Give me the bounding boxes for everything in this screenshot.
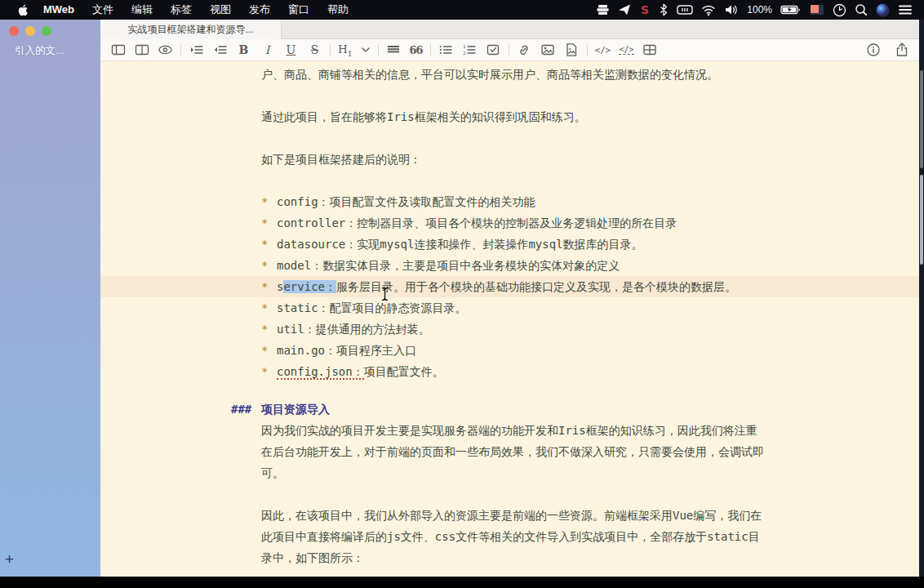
paragraph[interactable]: 通过此项目，旨在能够将Iris框架相关的知识得到巩固和练习。 — [261, 106, 767, 127]
battery-icon[interactable] — [780, 0, 802, 20]
send-icon[interactable] — [618, 0, 631, 20]
menu-item-file[interactable]: 文件 — [83, 3, 122, 16]
siri-icon[interactable] — [876, 0, 890, 20]
close-window-button[interactable] — [9, 26, 19, 36]
list-item[interactable]: *static：配置项目的静态资源目录。 — [261, 297, 767, 318]
editor-content[interactable]: 户、商品、商铺等相关的信息，平台可以实时展示用户、商品等相关监测数据的变化情况。… — [100, 62, 919, 577]
scrollbar-thumb[interactable] — [920, 70, 923, 168]
task-list-icon[interactable] — [486, 42, 501, 58]
display-icon[interactable] — [677, 0, 693, 20]
paragraph[interactable]: 因此，在该项目中，我们从外部导入的资源主要是前端的一些资源。前端框架采用Vue编… — [261, 505, 767, 568]
menu-item-help[interactable]: 帮助 — [318, 3, 358, 16]
inline-code-icon[interactable]: </> — [619, 42, 633, 58]
list-item-text: config.json：项目配置文件。 — [277, 361, 444, 382]
list-icon[interactable] — [898, 0, 913, 20]
scrollbar-thumb-secondary — [920, 175, 923, 265]
menu-item-edit[interactable]: 编辑 — [122, 3, 162, 16]
letterbox-bottom — [0, 577, 924, 588]
list-item-text: util：提供通用的方法封装。 — [277, 318, 430, 340]
preview-eye-icon[interactable] — [158, 42, 173, 58]
list-item[interactable]: *config.json：项目配置文件。 — [261, 361, 767, 382]
list-item[interactable]: *config：项目配置文件及读取配置文件的相关功能 — [261, 191, 767, 212]
battery-percent: 100% — [747, 4, 772, 16]
editor-pane: 实战项目框架搭建和资源导... B I U S H1 — [100, 20, 919, 577]
link-icon[interactable] — [517, 42, 532, 58]
list-item-text: config：项目配置文件及读取配置文件的相关功能 — [277, 191, 535, 212]
svg-text:S: S — [641, 3, 649, 16]
info-icon[interactable] — [865, 42, 881, 58]
wifi-icon[interactable] — [701, 0, 716, 20]
strikethrough-icon[interactable]: S — [307, 42, 322, 58]
paragraph[interactable]: 户、商品、商铺等相关的信息，平台可以实时展示用户、商品等相关监测数据的变化情况。 — [261, 64, 767, 85]
heading-dropdown[interactable]: H1 — [338, 42, 371, 58]
background-window-edge — [919, 20, 924, 577]
menu-item-tags[interactable]: 标签 — [162, 3, 201, 16]
section-heading[interactable]: ###项目资源导入 — [261, 399, 767, 420]
bullet-list-icon[interactable] — [438, 42, 454, 58]
toolbar: B I U S H1 66 12 — [100, 39, 919, 61]
apple-logo-icon[interactable] — [10, 3, 34, 17]
list-item[interactable]: *datasource：实现mysql连接和操作、封装操作mysql数据库的目录… — [261, 234, 767, 255]
menu-bar: MWeb文件编辑标签视图发布窗口帮助 S 100% — [0, 0, 924, 20]
list-item-text: service：服务层目录。用于各个模块的基础功能接口定义及实现，是各个模块的数… — [277, 276, 736, 297]
search-icon[interactable] — [855, 0, 868, 20]
image-icon[interactable] — [540, 42, 556, 58]
tab-active[interactable]: 实战项目框架搭建和资源导... — [100, 20, 282, 39]
tab-bar: 实战项目框架搭建和资源导... — [100, 20, 919, 39]
bullet-marker: * — [261, 276, 277, 297]
input-source-icon[interactable] — [810, 0, 824, 20]
svg-text:2: 2 — [463, 51, 466, 56]
heading-icon: H1 — [338, 42, 353, 58]
italic-icon[interactable]: I — [260, 42, 275, 58]
list-item-text: main.go：项目程序主入口 — [277, 340, 416, 361]
ordered-list-icon[interactable]: 12 — [462, 42, 478, 58]
underline-icon[interactable]: U — [283, 42, 299, 58]
stack-icon[interactable] — [596, 0, 610, 20]
sidebar-doc-item[interactable]: 引入的文... — [15, 44, 64, 58]
volume-icon[interactable] — [724, 0, 739, 20]
clock-icon[interactable] — [833, 0, 846, 20]
image-file-icon[interactable] — [564, 42, 580, 58]
paragraph-icon[interactable] — [386, 42, 402, 58]
sidebar: 引入的文... + — [0, 20, 100, 577]
add-document-button[interactable]: + — [5, 554, 14, 565]
bullet-marker: * — [261, 191, 277, 212]
indent-increase-icon[interactable] — [189, 42, 204, 58]
list-item-text: datasource：实现mysql连接和操作、封装操作mysql数据库的目录。 — [277, 234, 643, 255]
panel-columns-icon[interactable] — [134, 42, 149, 58]
table-icon[interactable] — [642, 42, 658, 58]
indent-decrease-icon[interactable] — [212, 42, 228, 58]
share-icon[interactable] — [894, 42, 909, 58]
mweb-window: 引入的文... + 实战项目框架搭建和资源导... B I U S — [0, 20, 919, 577]
panel-left-icon[interactable] — [110, 42, 126, 58]
menu-item-mweb[interactable]: MWeb — [34, 3, 83, 16]
list-item[interactable]: *model：数据实体目录，主要是项目中各业务模块的实体对象的定义 — [261, 255, 767, 276]
sublime-s-icon[interactable]: S — [639, 0, 651, 20]
menu-item-publish[interactable]: 发布 — [240, 3, 279, 16]
bold-icon[interactable]: B — [236, 42, 251, 58]
list-item[interactable]: *main.go：项目程序主入口 — [261, 340, 767, 361]
minimize-window-button[interactable] — [25, 26, 35, 36]
bullet-marker: * — [261, 340, 277, 361]
paragraph[interactable]: 如下是项目框架搭建后的说明： — [261, 149, 767, 170]
quote-icon[interactable]: 66 — [410, 42, 423, 58]
text-cursor-pointer — [381, 287, 389, 301]
svg-text:1: 1 — [463, 44, 466, 49]
list-item[interactable]: *controller：控制器目录、项目各个模块的控制器及业务逻辑处理的所在目录 — [261, 212, 767, 234]
bullet-marker: * — [261, 212, 277, 234]
paragraph[interactable]: 因为我们实战的项目开发主要是实现服务器端的功能开发和Iris框架的知识练习，因此… — [261, 420, 767, 483]
zoom-window-button[interactable] — [42, 26, 51, 36]
bullet-marker: * — [261, 297, 277, 318]
markdown-list: *config：项目配置文件及读取配置文件的相关功能*controller：控制… — [261, 191, 767, 382]
list-item[interactable]: *util：提供通用的方法封装。 — [261, 318, 767, 340]
list-item-text: controller：控制器目录、项目各个模块的控制器及业务逻辑处理的所在目录 — [277, 212, 677, 234]
bullet-marker: * — [261, 361, 277, 382]
code-block-icon[interactable]: </> — [595, 42, 611, 58]
list-item[interactable]: *service：服务层目录。用于各个模块的基础功能接口定义及实现，是各个模块的… — [261, 276, 767, 297]
heading-text: 项目资源导入 — [261, 403, 330, 416]
chevron-down-icon — [361, 42, 371, 58]
menu-item-window[interactable]: 窗口 — [279, 3, 318, 16]
menu-item-view[interactable]: 视图 — [201, 3, 240, 16]
bluetooth-icon[interactable] — [659, 0, 669, 20]
window-controls — [9, 26, 51, 36]
